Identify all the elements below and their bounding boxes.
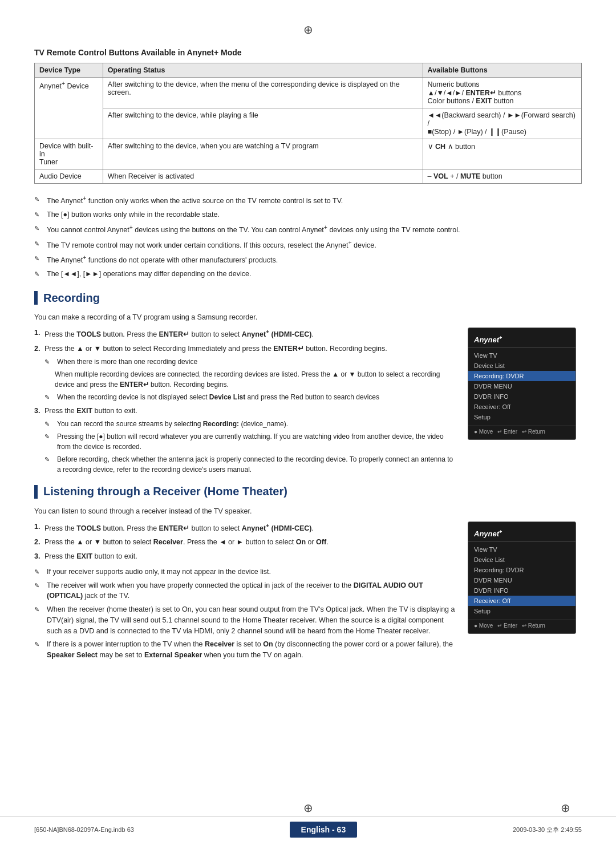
note-icon: ✎: [34, 210, 44, 220]
menu-item-recording-dvdr-2: Recording: DVDR: [468, 565, 576, 575]
step-l3: 3. Press the EXIT button to exit.: [34, 551, 456, 562]
listening-text-col: 1. Press the TOOLS button. Press the ENT…: [34, 521, 456, 672]
step-l1: 1. Press the TOOLS button. Press the ENT…: [34, 521, 456, 534]
step-num-l1: 1.: [34, 521, 40, 532]
anynet-menu-title-2: Anynet+: [468, 527, 576, 542]
note-icon: ✎: [44, 419, 55, 429]
footer-center: English - 63: [290, 822, 358, 838]
notes-top-list: ✎ The Anynet+ function only works when t…: [34, 194, 582, 280]
status-tuner: After switching to the device, when you …: [103, 139, 423, 169]
subnote-item: ✎ When the recording device is not displ…: [44, 392, 456, 402]
footer-right: 2009-03-30 오후 2:49:55: [513, 826, 582, 834]
menu-item-device-list: Device List: [468, 361, 576, 371]
menu-item-dvdr-info-2: DVDR INFO: [468, 585, 576, 596]
status-anynet-1: After switching to the device, when the …: [103, 78, 423, 108]
subnote-item: ✎ Pressing the [●] button will record wh…: [44, 431, 456, 452]
note-icon: ✎: [34, 605, 44, 614]
note-icon: ✎: [34, 239, 44, 249]
subnote-item: When multiple recording devices are conn…: [44, 369, 456, 390]
buttons-tuner: ∨ CH ∧ button: [423, 139, 581, 169]
note-icon: ✎: [34, 254, 44, 264]
note-icon: ✎: [34, 640, 44, 649]
note-item: ✎ The Anynet+ function only works when t…: [34, 194, 582, 207]
step-3-subnotes: ✎ You can record the source streams by s…: [44, 419, 456, 475]
note-item: ✎ If your receiver supports audio only, …: [34, 567, 456, 577]
step-1: 1. Press the TOOLS button. Press the ENT…: [34, 328, 456, 340]
anynet-menu-footer: ● Move ↵ Enter ↩ Return: [468, 426, 576, 435]
note-item: ✎ You cannot control Anynet+ devices usi…: [34, 223, 582, 236]
note-icon: ✎: [34, 567, 44, 577]
recording-steps: 1. Press the TOOLS button. Press the ENT…: [34, 328, 456, 474]
bottom-compass-icon: ⊕: [303, 801, 313, 815]
device-anynet: Anynet+ Device: [35, 78, 103, 139]
device-tuner: Device with built-inTuner: [35, 139, 103, 169]
device-audio: Audio Device: [35, 169, 103, 184]
top-compass-icon: ⊕: [34, 23, 582, 37]
note-item: ✎ When the receiver (home theater) is se…: [34, 604, 456, 636]
note-item: ✎ The Anynet+ functions do not operate w…: [34, 253, 582, 266]
buttons-audio: – VOL + / MUTE button: [423, 169, 581, 184]
step-num-2: 2.: [34, 343, 40, 354]
listening-section-heading: Listening through a Receiver (Home Theat…: [34, 485, 582, 499]
note-icon: ✎: [44, 357, 55, 367]
status-anynet-2: After switching to the device, while pla…: [103, 108, 423, 139]
step-l2: 2. Press the ▲ or ▼ button to select Rec…: [34, 537, 456, 548]
subnote-item: ✎ When there is more than one recording …: [44, 357, 456, 367]
col-available-buttons: Available Buttons: [423, 63, 581, 78]
note-item: ✎ The [●] button works only while in the…: [34, 209, 582, 220]
note-icon: ✎: [34, 581, 44, 591]
note-icon: ✎: [34, 195, 44, 204]
listening-heading-text: Listening through a Receiver (Home Theat…: [43, 485, 287, 498]
listening-steps: 1. Press the TOOLS button. Press the ENT…: [34, 521, 456, 562]
recording-heading-text: Recording: [43, 292, 100, 305]
note-item: ✎ If there is a power interruption to th…: [34, 639, 456, 661]
anynet-menu-footer-2: ● Move ↵ Enter ↩ Return: [468, 620, 576, 629]
menu-item-receiver-off: Receiver: Off: [468, 402, 576, 412]
anynet-menu-title: Anynet+: [468, 333, 576, 348]
note-item: ✎ The TV remote control may not work und…: [34, 238, 582, 251]
recording-text-col: 1. Press the TOOLS button. Press the ENT…: [34, 328, 456, 479]
col-device-type: Device Type: [35, 63, 103, 78]
anynet-menu-listening: Anynet+ View TV Device List Recording: D…: [468, 521, 576, 634]
table-row: Device with built-inTuner After switchin…: [35, 139, 582, 169]
listening-menu-col: Anynet+ View TV Device List Recording: D…: [468, 521, 582, 672]
footer-left: [650-NA]BN68-02097A-Eng.indb 63: [34, 826, 134, 833]
menu-item-setup: Setup: [468, 412, 576, 422]
note-icon: ✎: [34, 224, 44, 233]
note-icon: ✎: [44, 432, 55, 442]
table-row: After switching to the device, while pla…: [35, 108, 582, 139]
recording-menu-col: Anynet+ View TV Device List Recording: D…: [468, 328, 582, 479]
note-icon: ✎: [34, 269, 44, 279]
recording-intro: You can make a recording of a TV program…: [34, 312, 582, 323]
section-bar: [34, 291, 38, 305]
menu-item-dvdr-menu-2: DVDR MENU: [468, 575, 576, 585]
note-item: ✎ The [◄◄], [►►] operations may differ d…: [34, 269, 582, 280]
menu-item-recording-dvdr: Recording: DVDR: [468, 371, 576, 381]
step-num-l2: 2.: [34, 537, 40, 548]
menu-item-receiver-off-2: Receiver: Off: [468, 596, 576, 606]
menu-item-dvdr-info: DVDR INFO: [468, 391, 576, 402]
anynet-menu-recording: Anynet+ View TV Device List Recording: D…: [468, 328, 576, 440]
bottom-right-compass-icon: ⊕: [561, 801, 570, 815]
page-container: ⊕ TV Remote Control Buttons Available in…: [0, 0, 616, 849]
menu-item-device-list-2: Device List: [468, 555, 576, 565]
col-operating-status: Operating Status: [103, 63, 423, 78]
page-footer: [650-NA]BN68-02097A-Eng.indb 63 English …: [0, 816, 616, 838]
remote-table: Device Type Operating Status Available B…: [34, 63, 582, 184]
step-2: 2. Press the ▲ or ▼ button to select Rec…: [34, 343, 456, 402]
menu-item-dvdr-menu: DVDR MENU: [468, 381, 576, 391]
listening-two-col: 1. Press the TOOLS button. Press the ENT…: [34, 521, 582, 672]
note-icon: ✎: [44, 393, 55, 402]
table-row: Audio Device When Receiver is activated …: [35, 169, 582, 184]
table-section-title: TV Remote Control Buttons Available in A…: [34, 48, 582, 57]
menu-item-view-tv-2: View TV: [468, 544, 576, 555]
menu-item-view-tv: View TV: [468, 350, 576, 361]
step-num-1: 1.: [34, 328, 40, 338]
recording-two-col: 1. Press the TOOLS button. Press the ENT…: [34, 328, 582, 479]
subnote-item: ✎ Before recording, check whether the an…: [44, 454, 456, 475]
step-3: 3. Press the EXIT button to exit. ✎ You …: [34, 406, 456, 475]
listening-intro: You can listen to sound through a receiv…: [34, 506, 582, 517]
note-icon: ✎: [44, 455, 55, 464]
step-num-l3: 3.: [34, 551, 40, 562]
status-audio: When Receiver is activated: [103, 169, 423, 184]
